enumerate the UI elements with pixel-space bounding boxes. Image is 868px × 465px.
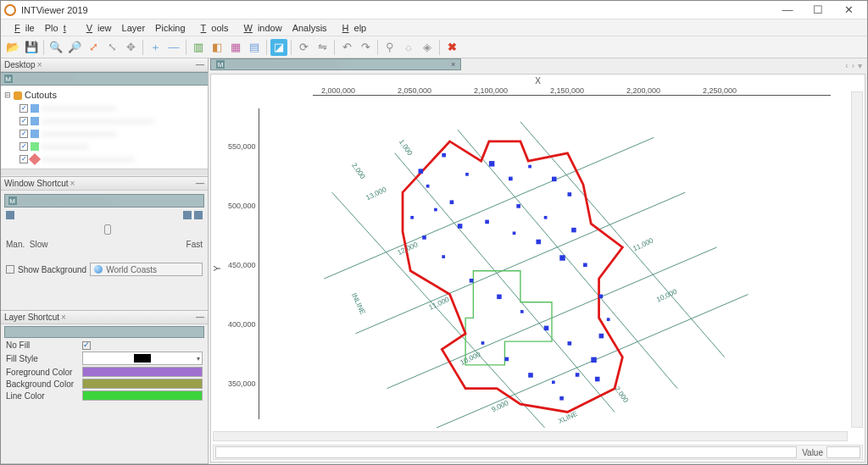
close-button[interactable]: ✕ xyxy=(833,2,864,19)
chevron-down-icon: ▾ xyxy=(197,355,200,363)
folder-icon xyxy=(14,91,22,100)
checkbox-icon[interactable]: ✓ xyxy=(19,142,28,151)
menu-help[interactable]: Help xyxy=(332,23,372,33)
undo-icon[interactable]: ↶ xyxy=(338,39,355,56)
map-tab[interactable]: M ——————————————— × xyxy=(210,58,461,70)
layers-icon[interactable]: ▤ xyxy=(246,39,263,56)
menu-analysis[interactable]: Analysis xyxy=(287,23,332,33)
menu-picking[interactable]: Picking xyxy=(150,23,190,33)
minimize-panel-icon[interactable]: — xyxy=(196,179,204,188)
horizontal-scrollbar[interactable] xyxy=(213,431,848,441)
close-icon[interactable]: × xyxy=(61,313,66,322)
close-icon[interactable]: × xyxy=(70,179,75,188)
3d-icon[interactable]: ◧ xyxy=(209,39,225,56)
zoom-in-icon[interactable]: 🔍 xyxy=(47,39,64,56)
layer-shortcut-panel: Layer Shortcut × — No Fill✓ Fill Style ▾… xyxy=(1,311,208,464)
delete-icon[interactable]: ✖ xyxy=(443,39,460,56)
checkbox-icon[interactable]: ✓ xyxy=(19,130,28,138)
menu-tools[interactable]: Tools xyxy=(191,23,234,33)
menu-file[interactable]: File xyxy=(4,23,40,33)
menu-window[interactable]: Window xyxy=(234,23,287,33)
menu-plot[interactable]: Plot xyxy=(40,23,76,33)
bulb-icon[interactable]: ☼ xyxy=(400,39,417,56)
tag-icon[interactable]: ◈ xyxy=(419,39,436,56)
desktop-panel-header[interactable]: Desktop × — xyxy=(1,58,208,72)
fg-color-picker[interactable] xyxy=(82,367,203,377)
svg-rect-27 xyxy=(544,326,549,331)
layer-icon xyxy=(31,104,39,113)
svg-rect-32 xyxy=(528,373,533,378)
chart-icon[interactable]: ▥ xyxy=(190,39,207,56)
tree-scrollbar[interactable] xyxy=(1,169,208,175)
plot-area[interactable]: 13,000 12,000 11,000 10,000 9,000 11,000… xyxy=(258,98,846,428)
highlight-icon[interactable]: ◪ xyxy=(270,39,287,56)
checkbox-icon[interactable]: ✓ xyxy=(19,117,28,125)
value-label: Value xyxy=(798,448,826,457)
svg-rect-17 xyxy=(458,224,463,229)
svg-text:11,000: 11,000 xyxy=(632,235,655,252)
zoom-area-icon[interactable]: ⤢ xyxy=(85,39,102,56)
man-label: Man. xyxy=(6,240,25,249)
zoom-reset-icon[interactable]: ⤡ xyxy=(103,39,120,56)
flip-icon[interactable]: ⇋ xyxy=(314,39,331,56)
svg-rect-26 xyxy=(520,310,524,313)
zoom-out-icon[interactable]: 🔎 xyxy=(66,39,83,56)
tree-root[interactable]: ⊟ Cutouts xyxy=(4,89,204,102)
open-icon[interactable]: 📂 xyxy=(4,39,21,56)
bg-color-picker[interactable] xyxy=(82,379,203,389)
vertical-scrollbar[interactable] xyxy=(851,91,863,428)
menubar: File Plot View Layer Picking Tools Windo… xyxy=(1,19,867,36)
ws-mode-c-icon[interactable] xyxy=(194,211,203,219)
desktop-layer-tag[interactable]: M ——————— xyxy=(1,72,208,86)
maximize-button[interactable]: ☐ xyxy=(803,2,833,19)
line-color-picker[interactable] xyxy=(82,390,203,401)
remove-icon[interactable]: — xyxy=(165,39,182,56)
checkbox-icon[interactable]: ✓ xyxy=(19,155,28,163)
minimize-button[interactable]: — xyxy=(772,2,803,19)
ws-layer-tag[interactable]: M ——————————— xyxy=(4,194,204,208)
nofill-label: No Fill xyxy=(6,340,82,350)
svg-rect-45 xyxy=(595,377,600,382)
tree-item[interactable]: ✓———————— xyxy=(19,127,204,140)
close-icon[interactable]: × xyxy=(37,60,42,69)
map-viewport[interactable]: X Y 2,000,000 2,050,000 2,100,000 2,150,… xyxy=(210,74,865,462)
ls-panel-header[interactable]: Layer Shortcut × — xyxy=(1,311,208,324)
tree-item[interactable]: ✓———————— xyxy=(19,102,204,114)
checkbox-icon[interactable]: ✓ xyxy=(19,104,28,113)
pan-icon[interactable]: ✥ xyxy=(122,39,139,56)
add-icon[interactable]: ＋ xyxy=(147,39,164,56)
nofill-checkbox[interactable]: ✓ xyxy=(82,341,91,350)
save-icon[interactable]: 💾 xyxy=(23,39,40,56)
ls-panel-title: Layer Shortcut xyxy=(4,313,59,322)
svg-rect-21 xyxy=(559,255,565,260)
redo-icon[interactable]: ↷ xyxy=(357,39,374,56)
map-tab-bar: M ——————————————— × ‹›▾ xyxy=(209,58,867,72)
palette-icon[interactable]: ▦ xyxy=(227,39,244,56)
fillstyle-dropdown[interactable]: ▾ xyxy=(82,352,203,365)
minimize-panel-icon[interactable]: — xyxy=(196,60,204,69)
close-tab-icon[interactable]: × xyxy=(451,60,455,69)
layer-m-icon: M xyxy=(4,75,13,83)
minimize-panel-icon[interactable]: — xyxy=(196,313,204,322)
ls-layer-tag[interactable] xyxy=(4,326,204,338)
svg-rect-44 xyxy=(607,318,610,321)
speed-slider[interactable] xyxy=(6,228,203,231)
bg-dropdown[interactable]: World Coasts xyxy=(90,263,203,276)
show-bg-checkbox[interactable] xyxy=(6,265,14,274)
rotate-icon[interactable]: ⟳ xyxy=(295,39,312,56)
pin-icon[interactable]: ⚲ xyxy=(381,39,398,56)
ws-panel-header[interactable]: Window Shortcut × — xyxy=(1,177,208,191)
tab-nav[interactable]: ‹›▾ xyxy=(840,58,867,72)
tree-item[interactable]: ✓—————————— xyxy=(19,152,204,165)
ws-mode-a-icon[interactable] xyxy=(6,211,14,219)
tree-item[interactable]: ✓————— xyxy=(19,140,204,152)
svg-rect-24 xyxy=(470,279,474,283)
menu-layer[interactable]: Layer xyxy=(117,23,151,33)
menu-view[interactable]: View xyxy=(76,23,117,33)
svg-rect-33 xyxy=(552,380,555,384)
ws-mode-b-icon[interactable] xyxy=(183,211,192,219)
tree-item[interactable]: ✓———————————— xyxy=(19,114,204,127)
desktop-tree[interactable]: ⊟ Cutouts ✓———————— ✓———————————— ✓—————… xyxy=(1,86,208,169)
svg-rect-14 xyxy=(552,177,557,182)
svg-text:2,000: 2,000 xyxy=(350,161,367,180)
